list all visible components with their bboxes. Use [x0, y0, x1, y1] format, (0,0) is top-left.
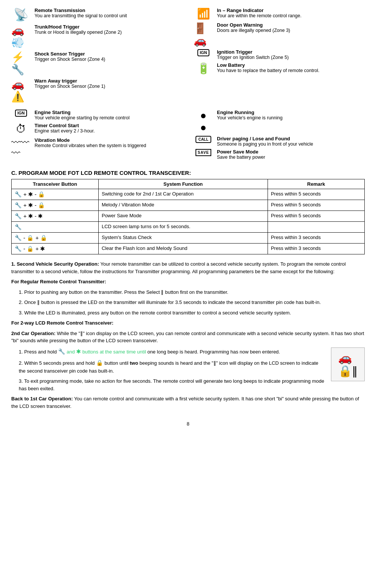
- timer-control-desc: Engine start every 2 / 3-hour.: [35, 128, 182, 134]
- vibration-mode-icon: 〰〰〰: [11, 137, 31, 158]
- ignition-trigger-icon: IGN: [194, 49, 213, 56]
- low-battery-icon: 🔋: [194, 62, 213, 75]
- page-number: 8: [11, 421, 365, 427]
- lcd-steps-container: 🚗🔒‖ 1. Press and hold 🔧 and ✱ buttons at…: [11, 347, 365, 396]
- program-table: Transceiver Button System Function Remar…: [11, 179, 365, 254]
- table-row: 🔧 + ✱ - ✱ Power Save Mode Press within 5…: [12, 211, 365, 222]
- regular-step-3: 3. While the LED is illuminated, press a…: [19, 309, 365, 317]
- icon-col2-right: ●● Engine Running Your vehicle's engine …: [194, 110, 365, 162]
- trunk-hood-desc: Trunk or Hood is illegally opened (Zone …: [35, 30, 182, 35]
- trunk-hood-title: Trunk/Hood Trigger: [35, 24, 182, 30]
- table-row: 🔧 - 🔒 + 🔒 System's Status Check Press wi…: [12, 233, 365, 244]
- list-item: 📡 Remote Transmission You are transmitti…: [11, 8, 182, 22]
- vibration-mode-desc: Remote Control vibrates when the system …: [35, 143, 182, 148]
- regular-step-2: 2. Once ‖ button is pressed the LED on t…: [19, 299, 365, 306]
- back-to-1st-text: Back to 1st Car Operation: You can remot…: [11, 395, 365, 410]
- remark-4: [268, 222, 364, 233]
- power-save-title: Power Save Mode: [217, 149, 365, 155]
- door-open-title: Door Open Warning: [217, 22, 365, 28]
- power-save-desc: Save the battery power: [217, 155, 365, 160]
- vibration-mode-title: Vibration Mode: [35, 137, 182, 143]
- icon-col-left: 📡 Remote Transmission You are transmitti…: [11, 8, 182, 105]
- icon-grid-top: 📡 Remote Transmission You are transmitti…: [11, 8, 365, 105]
- in-range-title: In – Range Indicator: [217, 8, 365, 13]
- transceiver-button-1: 🔧 + ✱ - 🔒: [12, 189, 99, 200]
- list-item: ⏱ Timer Control Start Engine start every…: [11, 123, 182, 135]
- door-open-icon: 🚪🚗: [194, 22, 213, 47]
- second-vehicle-intro: 1. Second Vehicle Security Operation: Yo…: [11, 260, 365, 275]
- icon-col-right: 📶 In – Range Indicator Your are within t…: [194, 8, 365, 105]
- engine-running-title: Engine Running: [217, 110, 365, 115]
- table-row: 🔧 + ✱ - 🔒 Switching code for 2nd / 1st C…: [12, 189, 365, 200]
- main-content: 📡 Remote Transmission You are transmitti…: [11, 8, 365, 427]
- remote-transmission-icon: 📡: [11, 8, 31, 22]
- driver-paging-icon: CALL: [194, 136, 213, 143]
- list-item: SAVE Power Save Mode Save the battery po…: [194, 149, 365, 160]
- lcd-step-1: 1. Press and hold 🔧 and ✱ buttons at the…: [19, 347, 365, 356]
- system-function-3: Power Save Mode: [98, 211, 268, 222]
- regular-step-1: 1. Prior to pushing any button on the tr…: [19, 289, 365, 296]
- remark-5: Press within 3 seconds: [268, 233, 364, 244]
- driver-paging-title: Driver paging / Lose and Found: [217, 136, 365, 141]
- lcd-op-text: 2nd Car Operation: While the "‖" icon di…: [11, 330, 365, 344]
- list-item: 〰〰〰 Vibration Mode Remote Control vibrat…: [11, 137, 182, 158]
- transceiver-button-6: 🔧 - 🔒 + ✱: [12, 244, 99, 254]
- transceiver-button-5: 🔧 - 🔒 + 🔒: [12, 233, 99, 244]
- remark-3: Press within 5 seconds: [268, 211, 364, 222]
- engine-starting-title: Engine Starting: [35, 110, 182, 115]
- engine-starting-icon: IGN: [11, 110, 31, 117]
- system-function-2: Melody / Vibration Mode: [98, 200, 268, 211]
- power-save-icon: SAVE: [194, 149, 213, 156]
- table-row: 🔧 LCD screen lamp turns on for 5 seconds…: [12, 222, 365, 233]
- icon-grid-bottom: IGN Engine Starting Your vehicle engine …: [11, 110, 365, 162]
- shock-sensor-icon: ⚡🔧: [11, 51, 31, 76]
- system-function-6: Clear the Flash Icon and Melody Sound: [98, 244, 268, 254]
- transceiver-button-3: 🔧 + ✱ - ✱: [12, 211, 99, 222]
- ignition-trigger-desc: Trigger on Ignition Switch (Zone 5): [217, 55, 365, 60]
- remote-transmission-desc: You are transmitting the signal to contr…: [35, 13, 182, 18]
- remark-6: Press within 3 seconds: [268, 244, 364, 254]
- system-function-5: System's Status Check: [98, 233, 268, 244]
- driver-paging-desc: Someone is paging you in front of your v…: [217, 141, 365, 147]
- low-battery-title: Low Battery: [217, 62, 365, 68]
- timer-control-icon: ⏱: [11, 123, 31, 135]
- trunk-hood-icon: 🚗💨: [11, 24, 31, 49]
- shock-sensor-desc: Trigger on Shock Sensor (Zone 4): [35, 57, 182, 62]
- second-vehicle-section: 1. Second Vehicle Security Operation: Yo…: [11, 260, 365, 410]
- in-range-icon: 📶: [194, 8, 213, 20]
- program-section-header: C. PROGRAM MODE FOT LCD REMOTE CONTROL T…: [11, 170, 365, 176]
- engine-starting-desc: Your vehicle engine starting by remote c…: [35, 115, 182, 120]
- lcd-step-2: 2. Within 5 seconds press and hold 🔒 but…: [19, 359, 365, 374]
- warn-away-title: Warn Away trigger: [35, 78, 182, 84]
- table-row: 🔧 - 🔒 + ✱ Clear the Flash Icon and Melod…: [12, 244, 365, 254]
- warn-away-icon: 🚗⚠️: [11, 78, 31, 103]
- list-item: 📶 In – Range Indicator Your are within t…: [194, 8, 365, 20]
- engine-running-icon: ●●: [194, 110, 213, 134]
- system-function-4: LCD screen lamp turns on for 5 seconds.: [98, 222, 268, 233]
- timer-control-title: Timer Control Start: [35, 123, 182, 128]
- list-item: ●● Engine Running Your vehicle's engine …: [194, 110, 365, 134]
- table-row: 🔧 + ✱ - 🔒 Melody / Vibration Mode Press …: [12, 200, 365, 211]
- regular-remote-heading: For Regular Remote Control Transmitter:: [11, 278, 365, 286]
- lcd-step-3: 3. To exit programming mode, take no act…: [19, 377, 365, 392]
- remote-transmission-title: Remote Transmission: [35, 8, 182, 13]
- transceiver-button-2: 🔧 + ✱ - 🔒: [12, 200, 99, 211]
- lcd-remote-heading: For 2-way LCD Remote Control Transceiver…: [11, 319, 365, 327]
- ignition-trigger-title: Ignition Trigger: [217, 49, 365, 55]
- remark-2: Press within 5 seconds: [268, 200, 364, 211]
- remark-1: Press within 5 seconds: [268, 189, 364, 200]
- transceiver-button-4: 🔧: [12, 222, 99, 233]
- list-item: 🚪🚗 Door Open Warning Doors are illegally…: [194, 22, 365, 47]
- low-battery-desc: You have to replace the battery of remot…: [217, 68, 365, 73]
- list-item: 🚗💨 Trunk/Hood Trigger Trunk or Hood is i…: [11, 24, 182, 49]
- table-header-function: System Function: [98, 179, 268, 189]
- door-open-desc: Doors are illegally opened (Zone 3): [217, 28, 365, 33]
- warn-away-desc: Trigger on Shock Sensor (Zone 1): [35, 84, 182, 89]
- icon-col2-left: IGN Engine Starting Your vehicle engine …: [11, 110, 182, 162]
- list-item: IGN Ignition Trigger Trigger on Ignition…: [194, 49, 365, 60]
- list-item: ⚡🔧 Shock Sensor Trigger Trigger on Shock…: [11, 51, 182, 76]
- car-image: 🚗🔒‖: [331, 347, 365, 381]
- shock-sensor-title: Shock Sensor Trigger: [35, 51, 182, 57]
- table-header-remark: Remark: [268, 179, 364, 189]
- list-item: IGN Engine Starting Your vehicle engine …: [11, 110, 182, 120]
